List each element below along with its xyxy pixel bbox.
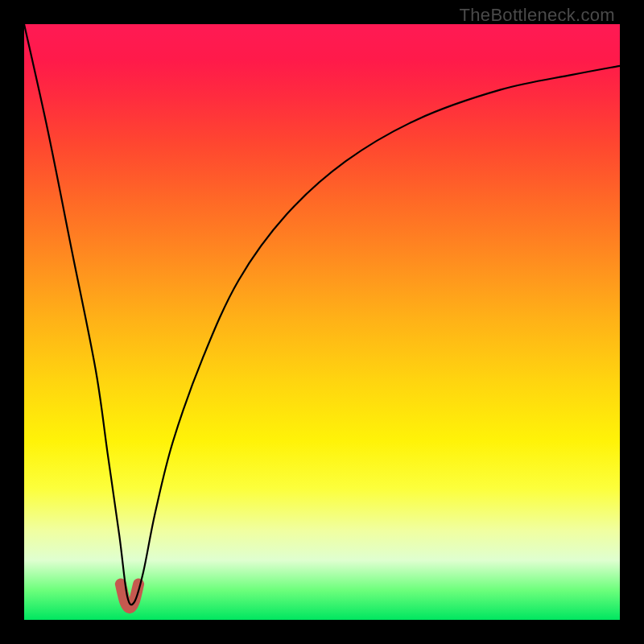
chart-svg [24, 24, 620, 620]
bottleneck-curve [24, 24, 620, 605]
watermark-text: TheBottleneck.com [460, 5, 615, 26]
chart-frame [24, 24, 620, 620]
